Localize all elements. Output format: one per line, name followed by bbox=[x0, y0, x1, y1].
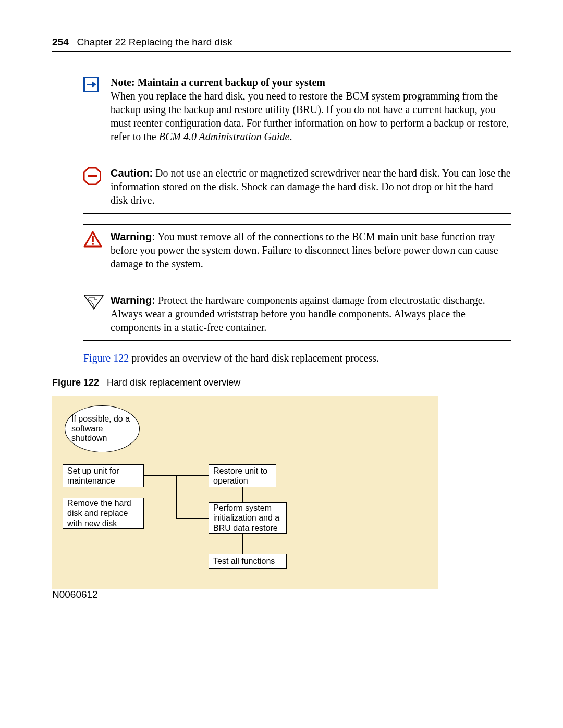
svg-rect-1 bbox=[88, 175, 97, 177]
note-label: Note: bbox=[111, 77, 135, 88]
svg-rect-3 bbox=[92, 236, 94, 242]
caution-body: Do not use an electric or magnetized scr… bbox=[111, 167, 511, 206]
flow-restore: Restore unit to operation bbox=[209, 464, 276, 487]
flow-setup: Set up unit for maintenance bbox=[63, 464, 144, 487]
figure-title: Hard disk replacement overview bbox=[107, 377, 240, 388]
page-number: 254 bbox=[52, 36, 69, 47]
warning1-body: You must remove all of the connections t… bbox=[111, 231, 498, 269]
figure-caption: Figure 122 Hard disk replacement overvie… bbox=[52, 377, 511, 388]
doc-id: N0060612 bbox=[52, 589, 98, 600]
caution-label: Caution: bbox=[111, 167, 153, 179]
flow-diagram: If possible, do a software shutdown Set … bbox=[52, 396, 438, 589]
note-body-post: . bbox=[289, 131, 292, 142]
chapter-title: Chapter 22 Replacing the hard disk bbox=[77, 36, 232, 47]
stop-octagon-icon bbox=[83, 167, 101, 185]
caution-callout: Caution: Do not use an electric or magne… bbox=[83, 161, 511, 214]
note-body-italic: BCM 4.0 Administration Guide bbox=[159, 131, 290, 142]
arrow-right-icon bbox=[83, 77, 99, 92]
note-callout: Note: Maintain a current backup of your … bbox=[83, 70, 511, 150]
flow-start: If possible, do a software shutdown bbox=[65, 405, 140, 452]
warning-callout-2: Warning: Protect the hardware components… bbox=[83, 288, 511, 341]
figure-reference-sentence: Figure 122 provides an overview of the h… bbox=[83, 352, 511, 364]
flow-test: Test all functions bbox=[209, 554, 287, 569]
figure-label: Figure 122 bbox=[52, 377, 99, 388]
note-subtitle: Maintain a current backup of your system bbox=[138, 77, 325, 88]
figure-sentence-rest: provides an overview of the hard disk re… bbox=[129, 352, 379, 364]
svg-rect-4 bbox=[92, 243, 94, 245]
flow-remove: Remove the hard disk and replace with ne… bbox=[63, 498, 144, 529]
page-header: 254 Chapter 22 Replacing the hard disk bbox=[52, 36, 511, 52]
warning2-body: Protect the hardware components against … bbox=[111, 294, 485, 333]
warning-callout-1: Warning: You must remove all of the conn… bbox=[83, 224, 511, 277]
esd-triangle-icon bbox=[83, 294, 104, 310]
page: 254 Chapter 22 Replacing the hard disk N… bbox=[0, 0, 563, 728]
figure-link[interactable]: Figure 122 bbox=[83, 352, 129, 364]
callouts: Note: Maintain a current backup of your … bbox=[83, 70, 511, 341]
flow-init: Perform system initialization and a BRU … bbox=[209, 502, 287, 534]
warning-triangle-icon bbox=[83, 231, 102, 248]
warning2-label: Warning: bbox=[111, 294, 155, 306]
warning1-label: Warning: bbox=[111, 231, 155, 242]
